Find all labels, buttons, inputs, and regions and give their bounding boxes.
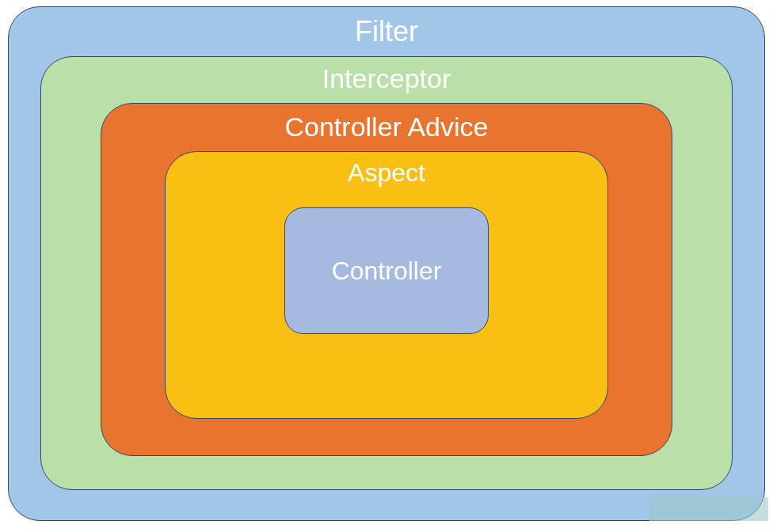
layer-controller-label: Controller — [332, 256, 442, 286]
layer-filter-label: Filter — [9, 15, 764, 48]
layer-interceptor: Interceptor Controller Advice Aspect Con… — [40, 56, 733, 490]
watermark-smudge — [649, 497, 768, 521]
layer-interceptor-label: Interceptor — [41, 63, 732, 94]
layer-controller-advice: Controller Advice Aspect Controller — [101, 103, 672, 456]
layer-aspect-label: Aspect — [166, 158, 607, 188]
layer-filter: Filter Interceptor Controller Advice Asp… — [8, 6, 765, 521]
layer-controller-advice-label: Controller Advice — [101, 112, 672, 142]
layer-aspect: Aspect Controller — [165, 151, 608, 419]
layer-controller: Controller — [284, 207, 489, 334]
